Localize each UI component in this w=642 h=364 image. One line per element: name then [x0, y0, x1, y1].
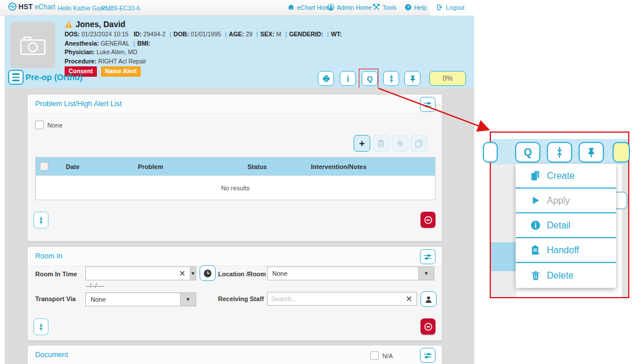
minus-circle-icon	[423, 322, 433, 332]
pin-icon	[585, 147, 597, 158]
annotation-callout: Q Create Apply Detail	[490, 132, 629, 298]
staff-lookup-button[interactable]	[421, 291, 437, 307]
document-settings-button[interactable]	[420, 348, 435, 363]
pulse-logo-icon	[8, 2, 17, 11]
nav-admin-home[interactable]: Admin Home	[327, 3, 372, 11]
room-in-collapse-button[interactable]	[33, 318, 48, 335]
chevron-down-icon[interactable]: ▼	[190, 267, 196, 280]
sliders-icon	[423, 351, 432, 360]
echart-app: HST eChart Hello Kathie Gasc... PM89-EC3…	[0, 0, 642, 364]
popup-queue-button[interactable]: Q	[515, 142, 540, 163]
detail-icon	[530, 220, 541, 231]
patient-photo-placeholder[interactable]	[10, 22, 55, 68]
patient-procedure: Procedure: RIGHT Acl Repair	[65, 58, 341, 65]
menu-item-apply[interactable]: Apply	[516, 189, 616, 213]
collapse-vertical-icon	[387, 74, 396, 83]
collapse-all-button[interactable]	[383, 71, 399, 86]
copy-problem-button[interactable]	[411, 135, 427, 152]
queue-dropdown-menu: Create Apply Detail Handoff Delete	[516, 164, 616, 288]
chevron-down-icon[interactable]: ▼	[418, 267, 434, 280]
popup-collapse-all-button[interactable]	[547, 142, 572, 163]
progress-badge[interactable]: 0%	[429, 71, 466, 86]
camera-icon	[20, 35, 46, 55]
clear-icon[interactable]: ✕	[175, 269, 190, 278]
menu-item-create[interactable]: Create	[516, 164, 616, 189]
patient-demographics: DOS: 01/23/2024 10:15 ID: 29494-2 |DOB: …	[65, 31, 341, 38]
nav-tools[interactable]: Tools	[373, 3, 397, 11]
nav-echart-home[interactable]: eChart Home	[287, 3, 333, 11]
popup-pin-button[interactable]	[579, 142, 604, 163]
collapse-vertical-icon	[37, 216, 45, 225]
name-alert-badge: Name Alert	[101, 66, 141, 77]
col-status: Status	[247, 163, 311, 170]
no-results-text: No results	[36, 175, 435, 200]
select-all-checkbox[interactable]	[40, 162, 48, 171]
na-checkbox[interactable]	[370, 351, 379, 360]
delete-problem-button[interactable]	[373, 135, 389, 152]
menu-item-delete[interactable]: Delete	[516, 263, 616, 288]
collapse-vertical-icon	[554, 147, 565, 158]
room-in-settings-button[interactable]	[420, 249, 435, 264]
none-label: None	[47, 122, 62, 129]
menu-item-detail[interactable]: Detail	[516, 213, 616, 238]
strike-problem-button[interactable]: S	[392, 135, 408, 152]
delete-icon	[530, 270, 541, 281]
chevron-down-icon[interactable]: ▼	[180, 293, 196, 306]
problem-list-panel: Problem List/High Alert List None + S	[27, 94, 442, 242]
session-code: PM89-EC33-6	[102, 5, 140, 12]
warning-icon	[65, 21, 73, 28]
clock-button[interactable]	[200, 265, 216, 281]
copy-icon	[415, 139, 423, 148]
pin-button[interactable]	[404, 71, 421, 86]
transport-dropdown[interactable]: None ▼	[85, 292, 196, 306]
background-fragment	[491, 164, 516, 297]
room-in-time-input[interactable]	[86, 267, 175, 280]
add-problem-button[interactable]: +	[354, 135, 370, 152]
clear-icon[interactable]: ✕	[401, 294, 416, 303]
room-in-remove-button[interactable]	[421, 318, 435, 335]
nav-logout[interactable]: Logout	[436, 3, 464, 11]
none-checkbox[interactable]	[35, 121, 44, 129]
sliders-icon	[423, 100, 432, 109]
menu-button[interactable]	[8, 70, 24, 85]
admin-home-icon	[327, 3, 335, 11]
transport-value: None	[86, 296, 180, 303]
collapse-vertical-icon	[37, 322, 45, 332]
receiving-staff-search-input[interactable]	[268, 292, 401, 305]
nav-help[interactable]: ? Help	[404, 3, 427, 11]
location-value: None	[268, 270, 418, 277]
app-logo: HST eChart	[8, 2, 55, 11]
room-in-time-label: Room In Time	[35, 271, 77, 277]
scrollbar-fragment	[622, 164, 628, 297]
minus-circle-icon	[423, 215, 433, 225]
person-icon	[424, 295, 433, 304]
trash-icon	[377, 139, 385, 148]
patient-anesthesia: Anesthesia: GENERAL |BMI:	[65, 40, 341, 47]
popup-toolbar-strip: Q	[491, 139, 628, 164]
document-title: Document	[35, 351, 68, 359]
room-in-title: Room In	[35, 252, 62, 260]
info-icon: i	[347, 74, 349, 84]
apply-icon	[530, 195, 541, 206]
problem-list-title: Problem List/High Alert List	[35, 100, 122, 108]
print-icon	[322, 74, 331, 83]
print-button[interactable]	[318, 71, 334, 86]
room-in-panel: Room In Room In Time ✕ ▼ --/--/---- Loca…	[27, 246, 442, 341]
info-button[interactable]: i	[340, 71, 356, 86]
home-icon	[287, 3, 295, 11]
col-intervention: Intervention/Notes	[311, 163, 435, 170]
tools-icon	[373, 3, 380, 11]
location-dropdown[interactable]: None ▼	[267, 267, 434, 280]
logout-icon	[436, 3, 444, 11]
clock-icon	[203, 269, 212, 278]
problem-list-collapse-button[interactable]	[33, 212, 48, 228]
menu-item-handoff[interactable]: Handoff	[516, 238, 616, 263]
receiving-staff-field: ✕	[267, 292, 417, 306]
room-in-time-field: ✕ ▼	[85, 267, 196, 280]
document-panel: Document N/A	[27, 345, 442, 364]
sliders-icon	[423, 253, 432, 261]
problem-list-remove-button[interactable]	[421, 212, 435, 228]
date-hint: --/--/----	[86, 283, 104, 289]
transport-label: Transport Via	[35, 295, 76, 302]
problem-list-settings-button[interactable]	[420, 97, 435, 112]
